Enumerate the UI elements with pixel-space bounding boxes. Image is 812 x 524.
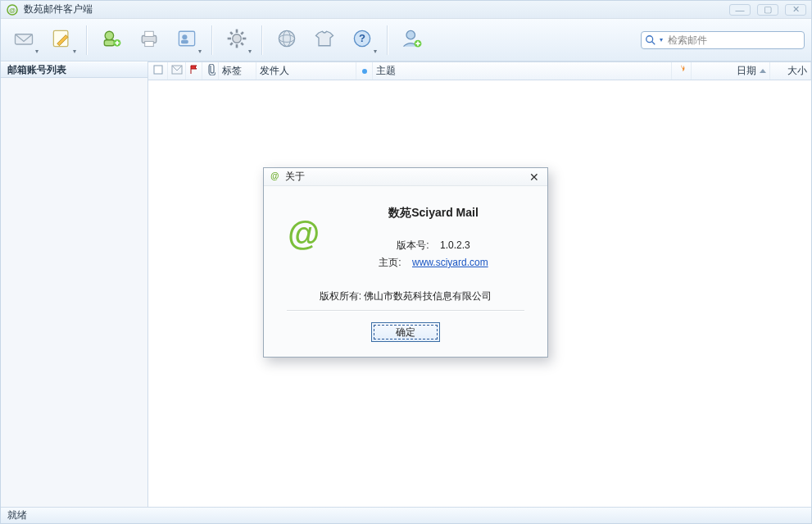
about-copyright: 版权所有: 佛山市数苑科技信息有限公司 (284, 289, 528, 303)
search-input[interactable] (666, 34, 801, 47)
about-dialog: @ 关于 ✕ @ 数苑Sciyard Mail 版本号: 1.0.2.3 主页: (263, 167, 548, 358)
about-at-logo: @ (284, 216, 323, 255)
svg-line-20 (230, 43, 233, 45)
svg-text:@: @ (9, 7, 16, 14)
sort-asc-icon (760, 69, 766, 73)
about-product-name: 数苑Sciyard Mail (339, 206, 528, 221)
col-size[interactable]: 大小 (770, 62, 811, 80)
col-priority[interactable] (672, 62, 692, 80)
status-text: 就绪 (7, 508, 27, 522)
toolbar-separator (86, 25, 87, 55)
about-homepage-link[interactable]: www.sciyard.com (412, 257, 488, 268)
window-controls: — ▢ ✕ (729, 4, 806, 16)
flag-icon (189, 65, 199, 77)
tshirt-icon (313, 27, 336, 52)
toolbar-separator (211, 25, 212, 55)
minimize-button[interactable]: — (729, 4, 751, 16)
svg-line-18 (230, 32, 233, 34)
add-account-button[interactable] (95, 24, 128, 57)
col-date[interactable]: 日期 (692, 62, 770, 80)
dialog-at-icon: @ (269, 170, 280, 184)
compose-button[interactable]: ▾ (45, 24, 78, 57)
skin-button[interactable] (308, 24, 341, 57)
search-icon (645, 34, 656, 46)
help-icon: ? (351, 27, 374, 52)
col-subject[interactable]: 主题 (373, 62, 672, 80)
svg-line-30 (652, 41, 655, 44)
svg-point-4 (105, 31, 114, 40)
toolbar-separator (387, 25, 388, 55)
user-button[interactable] (396, 24, 429, 57)
status-bar: 就绪 (1, 507, 811, 523)
col-checkbox[interactable] (148, 62, 168, 80)
contacts-button[interactable]: ▾ (170, 24, 203, 57)
user-add-icon (401, 27, 424, 52)
dialog-title: 关于 (285, 170, 305, 184)
svg-point-22 (279, 30, 294, 46)
app-window: @ 数苑邮件客户端 — ▢ ✕ ▾ ▾ (0, 0, 812, 524)
checkbox-icon (153, 65, 163, 77)
sidebar-header: 邮箱账号列表 (1, 62, 147, 78)
toolbar-separator (261, 25, 262, 55)
svg-rect-31 (154, 66, 162, 74)
col-read[interactable] (168, 62, 186, 80)
about-version-label: 版本号: (397, 239, 429, 253)
svg-line-19 (241, 43, 243, 45)
col-label[interactable]: 标签 (219, 62, 256, 80)
column-headers: 标签 发件人 主题 日期 大小 (148, 62, 811, 80)
help-button[interactable]: ? ▾ (346, 24, 379, 57)
svg-text:@: @ (270, 171, 279, 180)
svg-text:?: ? (359, 32, 365, 44)
gear-icon (225, 27, 248, 52)
svg-point-29 (646, 35, 653, 42)
col-flag[interactable] (186, 62, 202, 80)
app-at-icon: @ (6, 3, 19, 16)
dialog-titlebar: @ 关于 ✕ (264, 168, 547, 186)
globe-icon (275, 27, 298, 52)
about-homepage-label: 主页: (379, 256, 401, 270)
fire-icon (677, 64, 687, 78)
svg-text:@: @ (287, 216, 319, 252)
svg-point-33 (362, 69, 367, 74)
about-version-value: 1.0.2.3 (440, 239, 470, 251)
sidebar: 邮箱账号列表 (1, 62, 148, 508)
web-button[interactable] (270, 24, 303, 57)
svg-rect-12 (181, 40, 188, 43)
svg-rect-8 (145, 31, 154, 36)
fetch-mail-button[interactable]: ▾ (7, 24, 40, 57)
print-button[interactable] (133, 24, 166, 57)
col-attach[interactable] (202, 62, 219, 80)
about-ok-button[interactable]: 确定 (371, 322, 440, 342)
dialog-close-button[interactable]: ✕ (526, 171, 542, 184)
mail-receive-icon (12, 27, 35, 52)
svg-point-13 (233, 34, 242, 43)
svg-rect-9 (145, 42, 154, 47)
maximize-button[interactable]: ▢ (757, 4, 778, 16)
col-dot[interactable] (356, 62, 373, 80)
close-button[interactable]: ✕ (785, 4, 806, 16)
dot-icon (361, 66, 368, 77)
toolbar: ▾ ▾ ▾ (1, 19, 811, 62)
compose-icon (50, 27, 73, 52)
svg-rect-5 (104, 40, 114, 46)
search-box[interactable]: ▾ (641, 31, 805, 49)
paperclip-icon (206, 64, 215, 78)
dialog-body: @ 数苑Sciyard Mail 版本号: 1.0.2.3 主页: www.sc… (264, 186, 547, 357)
svg-point-11 (182, 34, 187, 39)
search-dropdown-icon[interactable]: ▾ (660, 36, 663, 43)
col-sender[interactable]: 发件人 (256, 62, 356, 80)
dialog-separator (287, 310, 524, 311)
svg-line-21 (241, 32, 243, 34)
contacts-icon (175, 27, 198, 52)
app-title: 数苑邮件客户端 (24, 2, 93, 16)
settings-button[interactable]: ▾ (220, 24, 253, 57)
titlebar: @ 数苑邮件客户端 — ▢ ✕ (1, 1, 811, 19)
svg-point-27 (406, 30, 415, 39)
envelope-icon (171, 65, 183, 77)
add-account-icon (100, 27, 123, 52)
print-icon (138, 27, 161, 52)
